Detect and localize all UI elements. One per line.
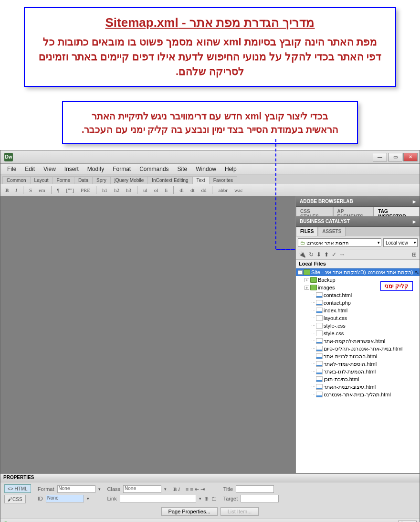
menu-file[interactable]: File: [3, 165, 20, 173]
tree-item[interactable]: ⋯הטמעת-לוגו-באתר.html: [296, 368, 420, 375]
insert-tab-data[interactable]: Data: [74, 176, 93, 184]
tree-item-label: כתיבת-תוכן.html: [324, 376, 359, 383]
toolbar-btn[interactable]: h3: [124, 187, 133, 193]
insert-tab-forms[interactable]: Forms: [52, 176, 74, 184]
css-mode-button[interactable]: 🖌 CSS: [4, 495, 26, 503]
tree-item-label: contact.php: [324, 300, 351, 306]
panel-bc-label: BUSINESS CATALYST: [300, 219, 350, 224]
target-select[interactable]: [241, 495, 279, 502]
menu-commands[interactable]: Commands: [136, 165, 172, 173]
checkout-icon[interactable]: ✓: [332, 251, 336, 258]
toolbar-btn[interactable]: B: [3, 187, 10, 193]
page-properties-button[interactable]: Page Properties...: [161, 507, 218, 516]
id-select[interactable]: None: [46, 495, 84, 502]
tree-item[interactable]: ⋯layout.css: [296, 314, 420, 322]
view-dropdown[interactable]: Local view: [383, 238, 418, 247]
panel-bc[interactable]: BUSINESS CATALYST▸: [296, 216, 420, 227]
app-logo: Dw: [4, 153, 13, 161]
panel-tab-ap-elements[interactable]: AP ELEMENTS: [333, 207, 374, 216]
menu-help[interactable]: Help: [221, 165, 241, 173]
tree-item[interactable]: ⋯ההכנות-לבניית-אתר.html: [296, 352, 420, 360]
menu-modify[interactable]: Modify: [84, 165, 108, 173]
panel-tab-assets[interactable]: ASSETS: [318, 227, 346, 236]
menu-view[interactable]: View: [40, 165, 60, 173]
toolbar-btn[interactable]: dt: [189, 187, 197, 193]
tree-item[interactable]: ⋯תהליך-בניית-אתר-אינטרנט.html: [296, 391, 420, 398]
tree-item[interactable]: ⋯הוספת-עמוד-לאתר.html: [296, 360, 420, 368]
insert-tab-incontext-editing[interactable]: InContext Editing: [147, 176, 192, 184]
site-dropdown[interactable]: 🗀הקמת אתר אינטרנט: [298, 238, 381, 247]
toolbar-btn[interactable]: PRE: [79, 187, 92, 193]
insert-tab-layout[interactable]: Layout: [30, 176, 53, 184]
menu-format[interactable]: Format: [109, 165, 135, 173]
file-tree[interactable]: - Site - הקמת אתר אינ\:D) הקמת אתר אינטר…: [296, 268, 420, 473]
list-item-button[interactable]: List Item...: [220, 507, 259, 516]
tree-connector: ⋯: [311, 331, 315, 336]
connect-icon[interactable]: 🔌: [299, 251, 306, 258]
expand-icon[interactable]: +: [304, 286, 309, 290]
expand-files-icon[interactable]: ⊞: [412, 251, 417, 258]
panel-tab-css-styles[interactable]: CSS STYLES: [296, 207, 333, 216]
menu-site[interactable]: Site: [174, 165, 191, 173]
tree-root[interactable]: - Site - הקמת אתר אינ\:D) הקמת אתר אינטר…: [296, 268, 420, 276]
get-icon[interactable]: ⬇: [316, 251, 321, 258]
css-icon: [316, 323, 323, 329]
insert-tab-spry[interactable]: Spry: [92, 176, 111, 184]
tree-item-label: style.css: [324, 330, 344, 336]
toolbar-btn[interactable]: h1: [100, 187, 109, 193]
expand-icon[interactable]: +: [304, 278, 309, 282]
maximize-button[interactable]: ▭: [388, 153, 402, 161]
toolbar-btn[interactable]: ¶: [55, 187, 62, 193]
refresh-icon[interactable]: ↻: [309, 251, 314, 258]
close-button[interactable]: ✕: [403, 153, 418, 161]
tree-item[interactable]: ⋯אפשרויות-להקמת-אתר.html: [296, 337, 420, 345]
sync-icon[interactable]: ↔: [339, 251, 345, 258]
toolbar-btn[interactable]: ol: [152, 187, 160, 193]
minimize-button[interactable]: —: [373, 153, 387, 161]
tree-item[interactable]: ⋯style-.css: [296, 322, 420, 330]
toolbar-btn[interactable]: dd: [199, 187, 208, 193]
tree-item-label: בניית-אתר-אינטרנט-תהליכי-סיום.html: [324, 346, 403, 352]
insert-tab-common[interactable]: Common: [2, 176, 31, 184]
link-input[interactable]: [120, 495, 196, 502]
panel-tab-files[interactable]: FILES: [296, 227, 318, 236]
browse-icon[interactable]: 🗀: [211, 496, 217, 501]
toolbar-btn[interactable]: [""]: [64, 187, 76, 193]
tree-item[interactable]: ⋯contact.html: [296, 291, 420, 299]
panel-browserlab[interactable]: ADOBE BROWSERLAB▸: [296, 196, 420, 207]
panel-tab-tag-inspector[interactable]: TAG INSPECTOR: [374, 207, 420, 216]
insert-tab-text[interactable]: Text: [192, 176, 210, 184]
insert-tab-favorites[interactable]: Favorites: [209, 176, 237, 184]
tree-item[interactable]: ⋯בניית-אתר-אינטרנט-תהליכי-סיום.html: [296, 345, 420, 352]
tree-item[interactable]: ⋯index.html: [296, 307, 420, 314]
tree-connector: ⋯: [311, 369, 315, 374]
toolbar-btn[interactable]: abbr: [216, 187, 230, 193]
toolbar-btn[interactable]: li: [163, 187, 169, 193]
toolbar-btn[interactable]: ul: [141, 187, 149, 193]
insert-tab-jquery-mobile[interactable]: jQuery Mobile: [110, 176, 148, 184]
menu-insert[interactable]: Insert: [61, 165, 83, 173]
tree-item-label: images: [318, 285, 335, 290]
title-input[interactable]: [236, 485, 274, 493]
put-icon[interactable]: ⬆: [324, 251, 329, 258]
menu-window[interactable]: Window: [192, 165, 220, 173]
tree-item[interactable]: ⋯style.css: [296, 330, 420, 337]
point-to-file-icon[interactable]: ⊕: [204, 496, 209, 502]
html-mode-button[interactable]: <> HTML: [4, 484, 31, 493]
html-icon: [316, 292, 323, 298]
html-icon: [316, 346, 323, 352]
toolbar-btn[interactable]: dl: [178, 187, 186, 193]
toolbar-btn[interactable]: I: [13, 187, 19, 193]
collapse-icon[interactable]: -: [298, 270, 303, 275]
toolbar-btn[interactable]: h2: [112, 187, 121, 193]
class-select[interactable]: None: [123, 485, 161, 493]
tree-item[interactable]: ⋯כתיבת-תוכן.html: [296, 375, 420, 383]
tree-item[interactable]: ⋯עיצוב-תבנית-האתר.html: [296, 383, 420, 391]
tree-item[interactable]: ⋯contact.php: [296, 299, 420, 307]
toolbar-btn[interactable]: em: [37, 187, 47, 193]
toolbar-btn[interactable]: wac: [232, 187, 245, 193]
toolbar-btn[interactable]: S: [27, 187, 34, 193]
tree-root-label: Site - הקמת אתר אינ\:D) הקמת אתר אינטרנט…: [311, 269, 413, 276]
menu-edit[interactable]: Edit: [21, 165, 39, 173]
format-select[interactable]: None: [57, 485, 95, 493]
